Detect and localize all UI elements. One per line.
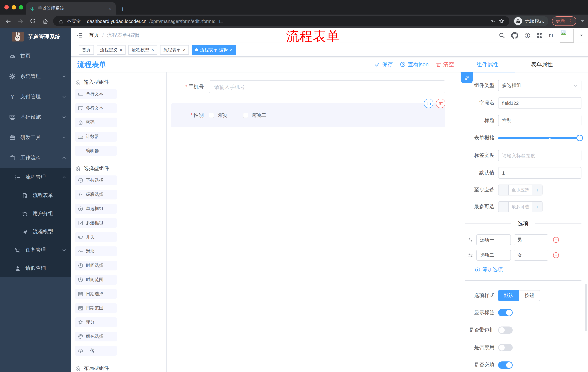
option-value-input[interactable]: [514, 234, 548, 245]
home-icon[interactable]: [41, 17, 50, 25]
component-color[interactable]: 颜色选择: [75, 332, 117, 341]
window-minimize-button[interactable]: [12, 5, 16, 10]
sidebar-item-process-mgmt[interactable]: 流程管理: [0, 168, 71, 186]
stepper-increase-button[interactable]: +: [532, 185, 542, 195]
sidebar-item-infra[interactable]: 基础设施: [0, 107, 71, 128]
address-bar[interactable]: 不安全 dashboard.yudao.iocoder.cn /bpm/mana…: [53, 16, 509, 26]
label-width-input[interactable]: [498, 149, 581, 161]
tag-home[interactable]: 首页: [79, 45, 94, 54]
sidebar-item-workflow[interactable]: 工作流程: [0, 148, 71, 168]
reload-icon[interactable]: [28, 17, 37, 25]
sidebar-item-process-model[interactable]: 流程模型: [0, 223, 71, 241]
option-name-input[interactable]: [476, 234, 511, 245]
sidebar-item-user-group[interactable]: 用户分组: [0, 205, 71, 223]
default-value-input[interactable]: [498, 167, 581, 179]
component-radio-group[interactable]: 单选框组: [75, 204, 117, 214]
panel-scrollbar[interactable]: [585, 284, 587, 331]
delete-component-button[interactable]: [436, 99, 445, 108]
grid-slider[interactable]: [498, 132, 581, 144]
disabled-toggle[interactable]: [498, 344, 513, 351]
component-select[interactable]: 下拉选择: [75, 175, 117, 185]
slider-handle[interactable]: [576, 135, 583, 141]
toolbar-caret-icon[interactable]: [581, 20, 584, 22]
border-toggle[interactable]: [498, 327, 513, 334]
window-zoom-button[interactable]: [19, 5, 23, 10]
sidebar-item-process-form[interactable]: 流程表单: [0, 186, 71, 205]
sidebar-collapse-icon[interactable]: [76, 32, 83, 39]
new-tab-button[interactable]: +: [121, 6, 125, 12]
tag-process-definition[interactable]: 流程定义 ×: [97, 45, 126, 54]
option-name-input[interactable]: [476, 250, 511, 261]
component-switch[interactable]: 开关: [75, 232, 117, 242]
github-icon[interactable]: [511, 32, 518, 39]
tag-process-form-edit[interactable]: 流程表单-编辑 ×: [192, 45, 236, 54]
clear-button[interactable]: 清空: [436, 61, 454, 68]
show-label-toggle[interactable]: [498, 309, 513, 316]
stepper-decrease-button[interactable]: −: [498, 185, 509, 195]
browser-tab[interactable]: 芋道管理系统 ×: [26, 2, 116, 15]
component-password[interactable]: 密码: [75, 117, 117, 128]
sidebar-item-system[interactable]: 系统管理: [0, 66, 71, 87]
style-default-button[interactable]: 默认: [498, 290, 519, 301]
search-icon[interactable]: [499, 32, 505, 38]
link-handle-button[interactable]: [461, 73, 473, 83]
avatar[interactable]: [560, 29, 574, 43]
field-name-input[interactable]: [498, 97, 581, 109]
drag-handle-icon[interactable]: [468, 237, 473, 243]
max-select-input[interactable]: [509, 202, 532, 212]
tab-close-icon[interactable]: ×: [108, 6, 112, 11]
tag-process-model[interactable]: 流程模型 ×: [128, 45, 157, 54]
avatar-caret-icon[interactable]: [580, 34, 583, 36]
tag-close-icon[interactable]: ×: [230, 47, 232, 52]
component-editor[interactable]: 编辑器: [75, 146, 117, 156]
checkbox-option-1[interactable]: 选项一: [209, 112, 232, 119]
checkbox-box[interactable]: [209, 113, 214, 118]
component-counter[interactable]: 123 计数器: [75, 132, 117, 142]
not-secure-warning-icon[interactable]: [58, 18, 64, 24]
component-checkbox-group[interactable]: 多选框组: [75, 218, 117, 228]
remove-option-button[interactable]: [553, 252, 559, 258]
save-button[interactable]: 保存: [375, 61, 393, 68]
sidebar-item-leave-query[interactable]: 请假查询: [0, 259, 71, 277]
window-close-button[interactable]: [4, 5, 9, 10]
sidebar-item-payment[interactable]: ¥ 支付管理: [0, 87, 71, 107]
tab-component-props[interactable]: 组件属性: [460, 57, 515, 72]
drag-handle-icon[interactable]: [468, 252, 473, 258]
checkbox-box[interactable]: [243, 113, 248, 118]
bookmark-star-icon[interactable]: [498, 18, 504, 24]
browser-update-button[interactable]: 更新 ⋮: [552, 16, 576, 26]
min-select-input[interactable]: [509, 185, 532, 195]
checkbox-option-2[interactable]: 选项二: [243, 112, 266, 119]
title-input[interactable]: [498, 115, 581, 126]
component-date[interactable]: 日期选择: [75, 289, 117, 299]
component-cascader[interactable]: 级联选择: [75, 190, 117, 200]
copy-component-button[interactable]: [424, 99, 433, 108]
component-slider[interactable]: 滑块: [75, 246, 117, 256]
component-time-range[interactable]: 时间范围: [75, 275, 117, 285]
component-rate[interactable]: 评分: [75, 317, 117, 327]
sidebar-item-home[interactable]: 首页: [0, 46, 71, 66]
sidebar-item-devtools[interactable]: 研发工具: [0, 128, 71, 148]
tag-close-icon[interactable]: ×: [151, 47, 154, 52]
component-single-text[interactable]: 单行文本: [75, 89, 117, 99]
password-key-icon[interactable]: [490, 18, 496, 24]
fullscreen-icon[interactable]: [537, 32, 543, 38]
tab-form-props[interactable]: 表单属性: [515, 57, 569, 72]
canvas-field-phone[interactable]: *手机号: [171, 80, 445, 93]
component-multi-text[interactable]: 多行文本: [75, 103, 117, 113]
component-type-select[interactable]: 多选框组: [498, 80, 581, 91]
canvas-field-gender-selected[interactable]: *性别 选项一 选项二: [171, 103, 445, 128]
add-option-button[interactable]: 添加选项: [475, 266, 581, 273]
stepper-increase-button[interactable]: +: [532, 202, 542, 212]
font-size-icon[interactable]: tT: [549, 32, 554, 38]
sidebar-item-task-mgmt[interactable]: 任务管理: [0, 241, 71, 259]
required-toggle[interactable]: [498, 361, 513, 369]
help-icon[interactable]: ?: [524, 32, 531, 38]
tag-process-form[interactable]: 流程表单 ×: [160, 45, 189, 54]
option-value-input[interactable]: [514, 250, 548, 261]
phone-input[interactable]: [209, 80, 445, 93]
stepper-decrease-button[interactable]: −: [498, 202, 509, 212]
tag-close-icon[interactable]: ×: [120, 47, 122, 52]
remove-option-button[interactable]: [553, 237, 559, 243]
component-date-range[interactable]: 日期范围: [75, 303, 117, 313]
